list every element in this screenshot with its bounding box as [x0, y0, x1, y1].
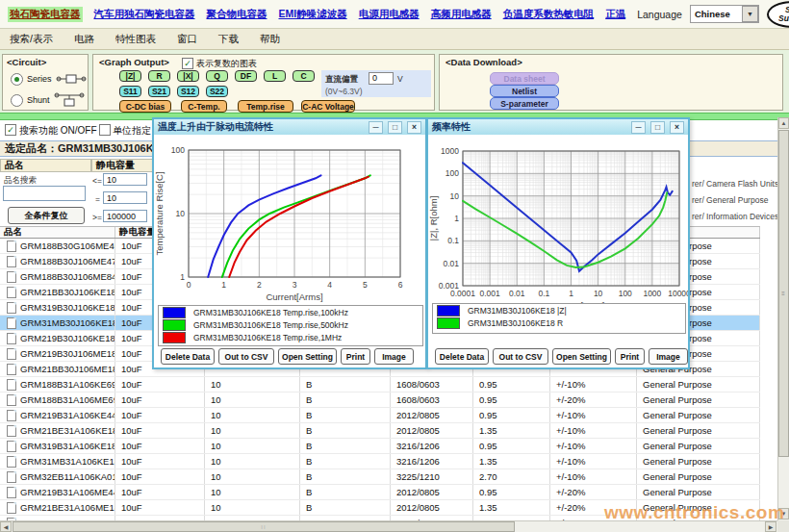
- table-row[interactable]: GRM219B31A106KE4410uF10B2012/08050.95+/-…: [0, 408, 760, 423]
- image-button[interactable]: Image: [649, 348, 688, 365]
- cell-text: B: [306, 425, 312, 436]
- maximize-icon[interactable]: □: [388, 121, 402, 134]
- nav-link[interactable]: 高频用电感器: [431, 8, 492, 21]
- application-list-item[interactable]: rer/ General Purpose: [692, 195, 778, 205]
- nav-link[interactable]: 独石陶瓷电容器: [8, 7, 83, 22]
- table-row[interactable]: GRM31MB31A106KE1810uF10B3216/12061.35+/-…: [0, 454, 760, 469]
- application-list-item[interactable]: rer/ Camera Flash Units: [692, 179, 778, 189]
- horizontal-scroll-thumb[interactable]: ⁞⁞: [13, 521, 515, 532]
- graph-button-S21[interactable]: S21: [148, 86, 170, 97]
- temp-rise-titlebar[interactable]: 温度上升由于脉动电流特性 ─ □ ×: [154, 119, 425, 135]
- complex-graph-checkbox[interactable]: ✓: [182, 58, 193, 69]
- nav-link[interactable]: 汽车用独石陶瓷电容器: [94, 8, 195, 21]
- minimize-icon[interactable]: ─: [369, 121, 383, 134]
- table-row[interactable]: GRM32EB11A106KA0110uF10B3225/12102.70+/-…: [0, 469, 760, 485]
- nav-link[interactable]: 正温: [605, 8, 625, 21]
- table-cell: 10: [205, 454, 300, 469]
- table-header-cell[interactable]: 品名: [0, 227, 115, 238]
- table-row[interactable]: GRM188B31A106ME6910uF10B1608/06030.95+/-…: [0, 393, 760, 408]
- cell-text: B: [306, 502, 312, 513]
- menu-item[interactable]: 电路: [74, 33, 94, 46]
- cap-eq-input[interactable]: 10: [103, 191, 147, 204]
- graph-button-Z[interactable]: |Z|: [119, 70, 141, 82]
- reset-all-button[interactable]: 全条件复位: [8, 207, 85, 224]
- radio-icon[interactable]: [11, 73, 23, 86]
- nav-link[interactable]: 聚合物电容器: [207, 8, 267, 21]
- vertical-scrollbar[interactable]: ▲ ≡ ▼: [777, 117, 789, 520]
- graph-button-R[interactable]: R: [148, 70, 170, 82]
- menu-item[interactable]: 搜索/表示: [10, 33, 53, 46]
- language-select[interactable]: Chinese ▼: [690, 5, 759, 23]
- graph-button-C-DC-bias[interactable]: C-DC bias: [119, 100, 171, 113]
- table-cell: General Purpose: [637, 439, 760, 453]
- menu-item[interactable]: 窗口: [177, 33, 197, 46]
- svg-text:10: 10: [450, 191, 460, 201]
- close-icon[interactable]: ×: [670, 121, 684, 134]
- nav-link[interactable]: EMI静噪滤波器: [279, 8, 347, 21]
- cell-text: +/-10%: [556, 471, 585, 482]
- open-setting-button[interactable]: Open Setting: [552, 348, 611, 365]
- image-button[interactable]: Image: [374, 348, 414, 365]
- vertical-scroll-thumb[interactable]: ≡: [778, 130, 789, 457]
- cap-ge-input[interactable]: 100000: [103, 210, 147, 222]
- name-search-input[interactable]: [3, 186, 86, 201]
- s-parameter-button[interactable]: S-parameter: [490, 97, 559, 110]
- maximize-icon[interactable]: □: [650, 121, 665, 134]
- search-toggle-checkbox[interactable]: ✓: [5, 124, 16, 136]
- application-list-item[interactable]: rer/ Information Devices: [692, 212, 778, 221]
- table-row[interactable]: GRM219B31A106ME4410uF10B2012/08050.95+/-…: [0, 485, 760, 500]
- circuit-option[interactable]: Series: [11, 70, 87, 88]
- radio-icon[interactable]: [11, 94, 23, 107]
- menu-item[interactable]: 下载: [218, 33, 239, 46]
- graph-button-S12[interactable]: S12: [177, 86, 199, 97]
- frequency-titlebar[interactable]: 频率特性 ─ □ ×: [428, 119, 688, 135]
- circuit-option-label: Series: [27, 74, 52, 84]
- name-filter-header[interactable]: 品名: [0, 159, 91, 172]
- scroll-up-icon[interactable]: ▲: [778, 117, 789, 129]
- cell-text: GRM188B31A106KE69: [20, 379, 115, 390]
- cap-le-input[interactable]: 10: [103, 173, 147, 186]
- svg-text:0.01: 0.01: [443, 259, 459, 268]
- graph-button-C[interactable]: C: [293, 70, 315, 82]
- nav-link[interactable]: 负温度系数热敏电阻: [503, 8, 595, 21]
- print-button[interactable]: Print: [341, 348, 370, 365]
- scroll-left-icon[interactable]: ◀: [0, 521, 12, 532]
- out-to-csv-button[interactable]: Out to CSV: [218, 348, 274, 365]
- graph-button-X[interactable]: |X|: [177, 70, 199, 82]
- menu-item[interactable]: 帮助: [260, 33, 280, 46]
- graph-button-S22[interactable]: S22: [206, 86, 228, 97]
- close-icon[interactable]: ×: [407, 121, 421, 134]
- minimize-icon[interactable]: ─: [631, 121, 646, 134]
- graph-button-Q[interactable]: Q: [206, 70, 228, 82]
- complex-graph-label: 表示复数的图表: [196, 58, 257, 70]
- graph-button-C-AC-Voltage[interactable]: C-AC Voltage: [301, 100, 355, 113]
- chevron-down-icon[interactable]: ▼: [742, 6, 758, 22]
- graph-button-S11[interactable]: S11: [119, 86, 141, 97]
- open-setting-button[interactable]: Open Setting: [278, 348, 337, 365]
- graph-button-C-Temp-[interactable]: C-Temp.: [181, 100, 227, 113]
- out-to-csv-button[interactable]: Out to CSV: [493, 348, 548, 365]
- table-row[interactable]: GRM188B31A106KE6910uF10B1608/06030.95+/-…: [0, 377, 760, 393]
- netlist-button[interactable]: Netlist: [490, 85, 559, 97]
- cell-text: 10uF: [121, 256, 142, 266]
- graph-button-DF[interactable]: DF: [235, 70, 257, 82]
- dc-bias-input[interactable]: 0: [369, 72, 394, 85]
- circuit-option[interactable]: Shunt: [11, 91, 85, 109]
- cell-text: 10: [211, 471, 221, 482]
- graph-button-L[interactable]: L: [264, 70, 286, 82]
- table-cell: GRM31MB31A106KE18: [0, 454, 115, 469]
- unit-checkbox[interactable]: [99, 124, 111, 136]
- menu-item[interactable]: 特性图表: [115, 33, 156, 46]
- print-button[interactable]: Print: [615, 348, 645, 365]
- legend-row: GRM31MB30J106KE18 Temp.rise,100kHz: [159, 306, 422, 318]
- delete-data-button[interactable]: Delete Data: [161, 348, 215, 365]
- watermark: www.cntronics.com: [604, 502, 784, 523]
- data-download-title: <Data Download>: [445, 57, 522, 67]
- graph-button-Temp-rise[interactable]: Temp.rise: [238, 100, 293, 113]
- delete-data-button[interactable]: Delete Data: [435, 348, 489, 365]
- nav-link[interactable]: 电源用电感器: [359, 8, 420, 21]
- table-row[interactable]: GRM319B31A106KE1810uF10B3216/12060.95+/-…: [0, 439, 760, 454]
- cell-text: B: [306, 487, 312, 497]
- cell-text: General Purpose: [643, 441, 712, 451]
- table-row[interactable]: GRM21BE31A106KE1810uF10B2012/08051.35+/-…: [0, 423, 760, 439]
